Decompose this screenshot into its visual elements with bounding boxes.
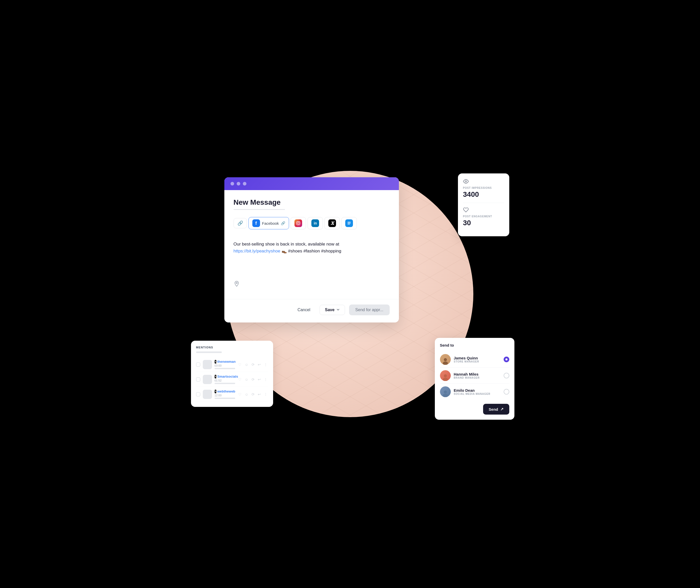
mention-row-3: 𝕏 webtheweb 12:00 ♡ ☺ ⟳ ↩ ⋮ xyxy=(196,387,268,402)
retweet-icon-1[interactable]: ⟳ xyxy=(251,362,255,367)
recipient-role-james: STORE MANAGER xyxy=(454,360,501,363)
mention-time-1: 03:00 xyxy=(214,364,235,367)
comment-icon-3[interactable]: ☺ xyxy=(244,392,249,397)
tab-twitter[interactable]: 𝕏 xyxy=(324,217,340,229)
mention-text-bar-3 xyxy=(214,398,235,399)
recipient-name-hannah: Hannah Miles xyxy=(454,372,501,376)
facebook-link-icon: 🔗 xyxy=(281,221,285,225)
comment-icon-1[interactable]: ☺ xyxy=(244,362,249,367)
reply-icon-3[interactable]: ↩ xyxy=(257,392,261,397)
more-icon-3[interactable]: ⋮ xyxy=(263,392,268,397)
send-to-title: Send to xyxy=(440,343,509,347)
more-icon-2[interactable]: ⋮ xyxy=(263,377,268,382)
reply-icon-2[interactable]: ↩ xyxy=(257,377,261,382)
radio-emilo[interactable] xyxy=(504,389,509,395)
mentions-search-bar xyxy=(196,351,222,353)
mention-info-1: 𝕏 thenewman 03:00 xyxy=(214,360,235,369)
send-for-approval-button[interactable]: Send for appr... xyxy=(349,305,390,315)
recipient-info-james: James Quinn STORE MANAGER xyxy=(454,356,501,363)
avatar-hannah xyxy=(440,370,451,381)
traffic-light-red xyxy=(230,182,234,185)
send-final-button[interactable]: Send ↗ xyxy=(483,404,509,415)
mention-name-1: thenewman xyxy=(217,360,236,364)
like-icon-1[interactable]: ♡ xyxy=(238,362,242,367)
mention-text-bar-1 xyxy=(214,368,235,369)
save-label: Save xyxy=(325,308,334,312)
message-content: Our best-selling shoe is back in stock, … xyxy=(233,236,390,277)
tab-instagram[interactable] xyxy=(290,217,306,229)
buffer-icon xyxy=(345,219,353,227)
mention-checkbox-1[interactable] xyxy=(196,362,200,367)
mention-name-3: webtheweb xyxy=(217,389,235,393)
recipient-name-emilo: Emilo Dean xyxy=(454,388,501,393)
svg-rect-4 xyxy=(347,223,351,223)
radio-hannah[interactable] xyxy=(504,373,509,378)
mention-avatar-1 xyxy=(203,360,212,369)
svg-point-8 xyxy=(444,358,447,361)
mention-platform-icon-1: 𝕏 xyxy=(214,360,216,364)
platform-tabs: 🔗 f Facebook 🔗 xyxy=(233,217,390,229)
mention-actions-3: ♡ ☺ ⟳ ↩ ⋮ xyxy=(238,392,268,397)
svg-rect-3 xyxy=(347,222,351,222)
message-link[interactable]: https://bit.ly/peachyshoe xyxy=(233,249,280,253)
mention-platform-icon-2: 𝕏 xyxy=(214,375,216,378)
more-icon-1[interactable]: ⋮ xyxy=(263,362,268,367)
mention-username-1: 𝕏 thenewman xyxy=(214,360,235,364)
mention-actions-1: ♡ ☺ ⟳ ↩ ⋮ xyxy=(238,362,268,367)
svg-point-6 xyxy=(236,282,237,284)
send-footer: Send ↗ xyxy=(440,404,509,415)
message-suffix: 👞 #shoes #fashion #shopping xyxy=(281,249,341,253)
compose-title: New Message xyxy=(233,198,390,207)
mention-time-2: 01:52 xyxy=(214,379,235,382)
save-button[interactable]: Save xyxy=(319,305,345,315)
tab-linkedin[interactable]: in xyxy=(307,217,323,229)
mention-actions-2: ♡ ☺ ⟳ ↩ ⋮ xyxy=(238,377,268,382)
impressions-label: POST IMPRESSIONS xyxy=(463,187,504,189)
location-row xyxy=(233,281,390,287)
tab-attach[interactable]: 🔗 xyxy=(233,218,247,228)
mentions-panel: MENTIONS 𝕏 thenewman 03:00 ♡ ☺ ⟳ ↩ ⋮ xyxy=(191,341,273,407)
mention-platform-icon-3: 𝕏 xyxy=(214,390,216,393)
reply-icon-1[interactable]: ↩ xyxy=(257,362,261,367)
recipient-info-emilo: Emilo Dean SOCIAL MEDIA MANAGER xyxy=(454,388,501,395)
tab-facebook[interactable]: f Facebook 🔗 xyxy=(248,217,289,229)
traffic-light-green xyxy=(243,182,246,185)
window-body: New Message 🔗 f Facebook 🔗 xyxy=(224,190,399,299)
like-icon-2[interactable]: ♡ xyxy=(238,377,242,382)
svg-point-1 xyxy=(297,222,299,224)
comment-icon-2[interactable]: ☺ xyxy=(244,377,249,382)
mention-checkbox-3[interactable] xyxy=(196,392,200,396)
impressions-stat: POST IMPRESSIONS 3400 xyxy=(463,179,504,199)
mention-info-3: 𝕏 webtheweb 12:00 xyxy=(214,389,235,399)
impressions-value: 3400 xyxy=(463,190,504,199)
recipient-row-emilo: Emilo Dean SOCIAL MEDIA MANAGER xyxy=(440,384,509,400)
svg-point-12 xyxy=(444,390,447,394)
recipient-row-hannah: Hannah Miles BRAND MANAGER xyxy=(440,368,509,384)
svg-point-7 xyxy=(465,181,467,182)
mention-avatar-3 xyxy=(203,390,212,399)
cancel-button[interactable]: Cancel xyxy=(292,305,315,315)
mention-info-2: 𝕏 Smartsocials 01:52 xyxy=(214,375,235,384)
svg-point-13 xyxy=(443,394,448,397)
mentions-title: MENTIONS xyxy=(196,346,268,349)
retweet-icon-3[interactable]: ⟳ xyxy=(251,392,255,397)
avatar-emilo xyxy=(440,386,451,397)
engagement-icon xyxy=(463,207,504,214)
svg-point-11 xyxy=(443,378,448,381)
instagram-icon xyxy=(294,219,302,227)
radio-james[interactable] xyxy=(504,357,509,362)
mention-username-3: 𝕏 webtheweb xyxy=(214,389,235,393)
svg-rect-5 xyxy=(347,224,350,224)
title-underline xyxy=(233,209,285,210)
compose-footer: Cancel Save Send for appr... xyxy=(224,299,399,322)
recipient-role-hannah: BRAND MANAGER xyxy=(454,376,501,379)
like-icon-3[interactable]: ♡ xyxy=(238,392,242,397)
mention-checkbox-2[interactable] xyxy=(196,377,200,381)
tab-buffer[interactable] xyxy=(341,217,357,229)
send-arrow-icon: ↗ xyxy=(500,407,504,411)
retweet-icon-2[interactable]: ⟳ xyxy=(251,377,255,382)
svg-rect-0 xyxy=(297,221,300,225)
avatar-james xyxy=(440,354,451,365)
mention-time-3: 12:00 xyxy=(214,394,235,397)
mention-username-2: 𝕏 Smartsocials xyxy=(214,375,235,378)
